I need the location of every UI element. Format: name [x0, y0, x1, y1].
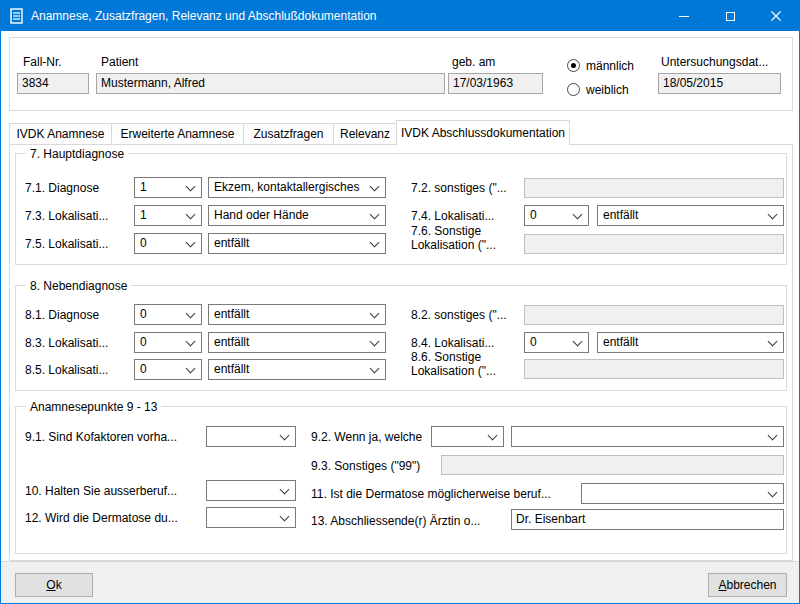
window-controls	[661, 1, 799, 31]
f72-label: 7.2. sonstiges ("...	[411, 181, 507, 195]
f76-label: 7.6. Sonstige Lokalisation ("...	[411, 224, 513, 252]
chevron-down-icon	[768, 431, 778, 441]
f75-code-select[interactable]: 0	[134, 233, 202, 254]
chevron-down-icon	[370, 337, 380, 347]
chevron-down-icon	[186, 182, 196, 192]
chevron-down-icon	[768, 210, 778, 220]
dialog-window: Anamnese, Zusatzfragen, Relevanz und Abs…	[0, 0, 800, 604]
f11-label: 11. Ist die Dermatose möglicherweise ber…	[311, 487, 551, 501]
combo-value: entfällt	[603, 333, 638, 352]
f74-label: 7.4. Lokalisati...	[411, 209, 494, 223]
f92-code-select[interactable]	[431, 426, 504, 447]
maximize-icon	[726, 12, 735, 21]
chevron-down-icon	[370, 238, 380, 248]
f86-label: 8.6. Sonstige Lokalisation ("...	[411, 350, 513, 378]
untersuchungsdatum-label: Untersuchungsdat...	[661, 55, 768, 69]
chevron-down-icon	[573, 337, 583, 347]
combo-value: 0	[140, 234, 147, 253]
anamnesepunkte-title: Anamnesepunkte 9 - 13	[26, 400, 161, 414]
f71-code-select[interactable]: 1	[134, 177, 202, 198]
f12-label: 12. Wird die Dermatose du...	[25, 511, 178, 525]
f83-text-select[interactable]: entfällt	[208, 332, 386, 353]
f76-field[interactable]	[524, 234, 784, 254]
f11-select[interactable]	[581, 483, 784, 504]
chevron-down-icon	[186, 210, 196, 220]
chevron-down-icon	[186, 238, 196, 248]
chevron-down-icon	[280, 485, 290, 495]
combo-value: entfällt	[603, 206, 638, 225]
ok-button[interactable]: Ok	[15, 573, 93, 597]
chevron-down-icon	[186, 309, 196, 319]
button-bar	[1, 561, 799, 603]
f10-select[interactable]	[206, 480, 296, 501]
f85-code-select[interactable]: 0	[134, 359, 202, 380]
f74-code-select[interactable]: 0	[524, 205, 589, 226]
f75-text-select[interactable]: entfällt	[208, 233, 386, 254]
chevron-down-icon	[370, 182, 380, 192]
f13-label: 13. Abschliessende(r) Ärztin o...	[311, 514, 480, 528]
combo-value: Ekzem, kontaktallergisches	[214, 178, 359, 197]
combo-value: 1	[140, 206, 147, 225]
chevron-down-icon	[370, 364, 380, 374]
tab-erweiterte-anamnese[interactable]: Erweiterte Anamnese	[111, 123, 244, 144]
window-title: Anamnese, Zusatzfragen, Relevanz und Abs…	[31, 9, 377, 23]
f81-text-select[interactable]: entfällt	[208, 304, 386, 325]
hauptdiagnose-title: 7. Hauptdiagnose	[26, 147, 128, 161]
f83-code-select[interactable]: 0	[134, 332, 202, 353]
geburtsdatum-field[interactable]: 17/03/1963	[448, 73, 543, 94]
chevron-down-icon	[768, 337, 778, 347]
f12-select[interactable]	[206, 507, 296, 528]
combo-value: entfällt	[214, 333, 249, 352]
f72-field[interactable]	[524, 178, 784, 198]
close-button[interactable]	[753, 1, 799, 31]
chevron-down-icon	[186, 337, 196, 347]
chevron-down-icon	[370, 210, 380, 220]
f71-text-select[interactable]: Ekzem, kontaktallergisches	[208, 177, 386, 198]
f86-field[interactable]	[524, 359, 784, 379]
minimize-button[interactable]	[661, 1, 707, 31]
f84-code-select[interactable]: 0	[524, 332, 589, 353]
combo-value: Hand oder Hände	[214, 206, 309, 225]
f75-label: 7.5. Lokalisati...	[25, 237, 108, 251]
maennlich-radio[interactable]	[567, 59, 580, 72]
combo-value: entfällt	[214, 360, 249, 379]
weiblich-radio[interactable]	[567, 83, 580, 96]
f85-text-select[interactable]: entfällt	[208, 359, 386, 380]
tab-ivdk-abschlussdokumentation[interactable]: IVDK Abschlussdokumentation	[396, 120, 570, 145]
f91-select[interactable]	[206, 426, 296, 447]
f82-label: 8.2. sonstiges ("...	[411, 308, 507, 322]
f13-field[interactable]: Dr. Eisenbart	[511, 509, 784, 530]
fall-nr-field[interactable]: 3834	[17, 73, 89, 94]
maennlich-label[interactable]: männlich	[586, 59, 634, 73]
minimize-icon	[679, 16, 689, 17]
combo-value: 0	[140, 333, 147, 352]
f71-label: 7.1. Diagnose	[25, 181, 99, 195]
f85-label: 8.5. Lokalisati...	[25, 363, 108, 377]
title-bar: Anamnese, Zusatzfragen, Relevanz und Abs…	[1, 1, 799, 31]
combo-value: 0	[140, 305, 147, 324]
combo-value: 1	[140, 178, 147, 197]
abbrechen-button[interactable]: Abbrechen	[708, 573, 787, 597]
chevron-down-icon	[573, 210, 583, 220]
nebendiagnose-title: 8. Nebendiagnose	[26, 279, 131, 293]
patient-name-field[interactable]: Mustermann, Alfred	[96, 73, 445, 94]
chevron-down-icon	[370, 309, 380, 319]
f83-label: 8.3. Lokalisati...	[25, 336, 108, 350]
maximize-button[interactable]	[707, 1, 753, 31]
chevron-down-icon	[280, 431, 290, 441]
f93-field[interactable]	[441, 455, 784, 475]
f73-code-select[interactable]: 1	[134, 205, 202, 226]
f92-text-select[interactable]	[511, 426, 784, 447]
f84-text-select[interactable]: entfällt	[597, 332, 784, 353]
f74-text-select[interactable]: entfällt	[597, 205, 784, 226]
weiblich-label[interactable]: weiblich	[586, 83, 629, 97]
untersuchungsdatum-field[interactable]: 18/05/2015	[658, 73, 781, 94]
f81-label: 8.1. Diagnose	[25, 308, 99, 322]
tab-zusatzfragen[interactable]: Zusatzfragen	[243, 123, 334, 144]
f92-label: 9.2. Wenn ja, welche	[311, 430, 422, 444]
tab-relevanz[interactable]: Relevanz	[333, 123, 397, 144]
f73-text-select[interactable]: Hand oder Hände	[208, 205, 386, 226]
tab-ivdk-anamnese[interactable]: IVDK Anamnese	[9, 123, 112, 144]
f81-code-select[interactable]: 0	[134, 304, 202, 325]
f82-field[interactable]	[524, 305, 784, 325]
